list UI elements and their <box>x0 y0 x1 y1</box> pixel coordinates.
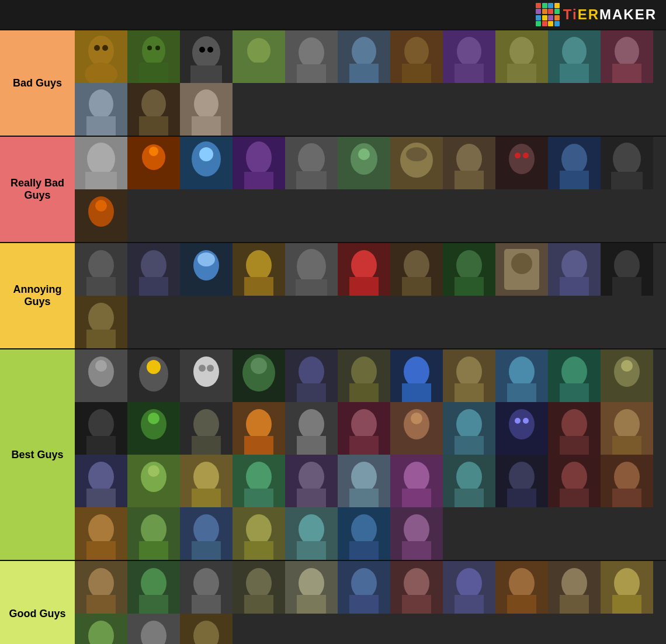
card[interactable] <box>338 455 390 507</box>
card[interactable] <box>75 83 127 136</box>
card[interactable] <box>75 507 127 560</box>
card[interactable] <box>443 30 495 83</box>
card[interactable] <box>285 349 338 402</box>
card[interactable] <box>233 561 285 614</box>
card[interactable] <box>285 402 338 455</box>
card[interactable] <box>75 296 127 348</box>
card[interactable] <box>548 349 601 402</box>
card[interactable] <box>233 507 285 560</box>
card[interactable] <box>233 455 285 507</box>
card[interactable] <box>127 507 180 560</box>
card[interactable] <box>75 349 127 402</box>
logo-text: TiERMAKER <box>563 6 657 23</box>
card[interactable] <box>127 137 180 189</box>
card[interactable] <box>127 561 180 614</box>
card[interactable] <box>338 507 390 560</box>
card[interactable] <box>495 561 548 614</box>
card[interactable] <box>285 137 338 189</box>
card[interactable] <box>390 507 443 560</box>
card[interactable] <box>75 614 127 644</box>
card[interactable] <box>601 455 653 507</box>
card[interactable] <box>548 561 601 614</box>
card[interactable] <box>285 561 338 614</box>
card[interactable] <box>443 137 495 189</box>
card[interactable] <box>548 402 601 455</box>
card[interactable] <box>75 455 127 507</box>
tier-label-best-guys: Best Guys <box>0 349 75 560</box>
card[interactable] <box>285 507 338 560</box>
card[interactable] <box>180 30 233 83</box>
card[interactable] <box>390 455 443 507</box>
card[interactable] <box>338 561 390 614</box>
card[interactable] <box>390 137 443 189</box>
card[interactable] <box>601 349 653 402</box>
card[interactable] <box>443 561 495 614</box>
card[interactable] <box>338 30 390 83</box>
svg-point-16 <box>247 38 270 64</box>
logo-square <box>542 9 547 14</box>
card[interactable] <box>75 402 127 455</box>
card[interactable] <box>495 137 548 189</box>
card[interactable] <box>390 349 443 402</box>
card[interactable] <box>601 402 653 455</box>
card[interactable] <box>127 243 180 296</box>
card[interactable] <box>285 30 338 83</box>
card[interactable] <box>180 83 233 136</box>
card[interactable] <box>127 349 180 402</box>
card[interactable] <box>495 243 548 296</box>
card[interactable] <box>390 402 443 455</box>
card[interactable] <box>495 402 548 455</box>
card[interactable] <box>338 137 390 189</box>
card[interactable] <box>75 189 127 242</box>
card[interactable] <box>548 243 601 296</box>
card[interactable] <box>127 455 180 507</box>
tier-row-good-guys: Good Guys <box>0 560 666 644</box>
card[interactable] <box>75 30 127 83</box>
card[interactable] <box>495 455 548 507</box>
card[interactable] <box>180 507 233 560</box>
card[interactable] <box>495 349 548 402</box>
card[interactable] <box>548 30 601 83</box>
card[interactable] <box>548 137 601 189</box>
card[interactable] <box>75 243 127 296</box>
card[interactable] <box>233 137 285 189</box>
card[interactable] <box>180 561 233 614</box>
svg-rect-87 <box>86 277 116 296</box>
card[interactable] <box>443 402 495 455</box>
card[interactable] <box>180 137 233 189</box>
card[interactable] <box>443 243 495 296</box>
card[interactable] <box>285 243 338 296</box>
card[interactable] <box>390 30 443 83</box>
card[interactable] <box>601 243 653 296</box>
card[interactable] <box>180 349 233 402</box>
card[interactable] <box>601 30 653 83</box>
card[interactable] <box>338 243 390 296</box>
card[interactable] <box>601 561 653 614</box>
card[interactable] <box>75 137 127 189</box>
card[interactable] <box>338 402 390 455</box>
card[interactable] <box>180 402 233 455</box>
card[interactable] <box>180 614 233 644</box>
card[interactable] <box>127 30 180 83</box>
card[interactable] <box>390 243 443 296</box>
card[interactable] <box>233 349 285 402</box>
card[interactable] <box>390 561 443 614</box>
card[interactable] <box>233 402 285 455</box>
card[interactable] <box>233 243 285 296</box>
card[interactable] <box>180 243 233 296</box>
card[interactable] <box>443 455 495 507</box>
card[interactable] <box>127 83 180 136</box>
card[interactable] <box>75 561 127 614</box>
card[interactable] <box>601 137 653 189</box>
card[interactable] <box>495 30 548 83</box>
card[interactable] <box>548 455 601 507</box>
card[interactable] <box>285 455 338 507</box>
svg-rect-102 <box>349 277 379 296</box>
card[interactable] <box>338 349 390 402</box>
card[interactable] <box>127 402 180 455</box>
card[interactable] <box>233 30 285 83</box>
svg-point-84 <box>95 200 107 212</box>
card[interactable] <box>127 614 180 644</box>
card[interactable] <box>443 349 495 402</box>
card[interactable] <box>180 455 233 507</box>
